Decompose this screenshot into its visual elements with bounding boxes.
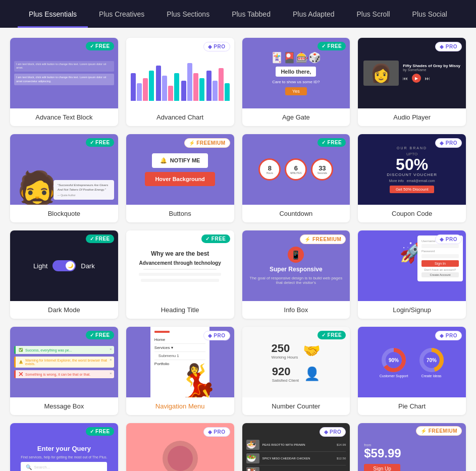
thumb-pricing-table: from $59.99 Sign Up ⚡ FREEMIUM (358, 423, 466, 471)
thumb-heading-title: Why we are the best Advancement through … (126, 230, 234, 301)
main-content: I am text block, click edit button to ch… (0, 28, 476, 471)
card-label-heading-title: Heading Title (126, 301, 234, 319)
check-icon: ✓ (322, 43, 326, 49)
card-label-advance-text-block: Advance Text Block (10, 108, 118, 126)
badge-freemium: ⚡ FREEMIUM (184, 138, 230, 148)
search-icon: 🔍 (26, 464, 32, 470)
badge-free: ✓ FREE (86, 138, 114, 147)
check-icon: ✓ (90, 429, 94, 434)
card-navigation-menu[interactable]: Home Services ▾ Submenu 1 Portfolio 💃 ◆ … (126, 327, 234, 415)
diamond-icon: ◆ (208, 333, 213, 338)
person-icon: 🧔 (15, 172, 59, 205)
thumb-message-box: ✅ Success, everything was pe... × ⚠️ War… (10, 327, 118, 397)
card-countdown[interactable]: 8 Hours 6 MINUTES 33 Seconds ✓ FREE (242, 134, 350, 222)
error-icon: ❌ (19, 372, 23, 376)
badge-pro: ◆ PRO (435, 331, 462, 340)
card-number-counter[interactable]: 250 Working Hours 🤝 920 Satisfied Client… (242, 327, 350, 415)
card-message-box[interactable]: ✅ Success, everything was pe... × ⚠️ War… (10, 327, 118, 415)
diamond-icon: ◆ (208, 429, 213, 435)
card-advance-text-block[interactable]: I am text block, click edit button to ch… (10, 38, 118, 126)
thumb-countdown: 8 Hours 6 MINUTES 33 Seconds ✓ FREE (242, 134, 350, 205)
card-label-dark-mode: Dark Mode (10, 301, 118, 319)
badge-free: ✓ FREE (86, 427, 114, 436)
diamond-icon: ◆ (440, 44, 444, 49)
badge-free: ✓ FREE (201, 234, 230, 243)
card-label-advanced-chart: Advanced Chart (126, 108, 234, 126)
check-icon: ✓ (90, 43, 94, 49)
card-search-box[interactable]: Enter your Query Find services, help for… (10, 423, 118, 471)
card-blockquote[interactable]: 🧔 "Successful Entrepreneurs Are Givers A… (10, 134, 118, 222)
infobox-icon: 📱 (288, 247, 304, 263)
diamond-icon: ◆ (440, 333, 444, 338)
card-ring-widget[interactable]: ◆ PRO Ring Widget (126, 423, 234, 471)
card-age-gate[interactable]: 🃏🎴🎰🎲 Hello there, Care to show us some I… (242, 38, 350, 126)
card-login-signup[interactable]: 🚀 Username Password Sign In Don't have a… (358, 230, 466, 319)
card-label-navigation-menu: Navigation Menu (126, 397, 234, 415)
svg-text:90%: 90% (389, 358, 399, 363)
card-dark-mode[interactable]: Light 🌙 Dark ✓ FREE Dark Mode (10, 230, 118, 319)
badge-pro: ◆ PRO (320, 427, 346, 437)
check-icon: ✓ (90, 236, 94, 242)
card-label-number-counter: Number Counter (242, 397, 350, 415)
lightning-icon: ⚡ (304, 237, 311, 242)
card-label-coupon-code: Coupon Code (358, 205, 466, 222)
thumb-buttons: 🔔 NOTIFY ME Hover Background ⚡ FREEMIUM (126, 134, 234, 205)
prev-icon: ⏮ (403, 76, 408, 81)
toggle-switch[interactable]: 🌙 (52, 260, 76, 271)
lightning-icon: ⚡ (420, 428, 427, 434)
cards-grid: I am text block, click edit button to ch… (10, 38, 466, 471)
thumb-info-box: 📱 Super Responsive The goal of responsiv… (242, 230, 350, 301)
thumb-search-box: Enter your Query Find services, help for… (10, 423, 118, 471)
card-label-age-gate: Age Gate (242, 108, 350, 126)
nav-item-social[interactable]: Plus Social (401, 0, 458, 28)
badge-pro: ◆ PRO (435, 234, 462, 244)
thumb-advanced-chart: ◆ PRO (126, 38, 234, 108)
badge-pro: ◆ PRO (203, 331, 230, 340)
check-circle-icon: ✅ (19, 348, 23, 352)
card-label-login-signup: Login/Signup (358, 301, 466, 319)
person-icon: 💃 (176, 365, 220, 397)
nav-item-essentials[interactable]: Plus Essentials (18, 0, 88, 28)
diamond-icon: ◆ (440, 140, 444, 146)
card-label-blockquote: Blockquote (10, 205, 118, 222)
thumb-advance-text-block: I am text block, click edit button to ch… (10, 38, 118, 108)
badge-free: ✓ FREE (86, 234, 114, 243)
badge-freemium: ⚡ FREEMIUM (416, 426, 462, 436)
card-pie-chart[interactable]: 90% Customer Support 70% Create Ideas (358, 327, 466, 415)
next-icon: ⏭ (425, 76, 430, 81)
check-icon: ✓ (322, 140, 326, 145)
badge-free: ✓ FREE (318, 42, 346, 50)
user-icon: 👤 (304, 366, 320, 382)
main-navigation: Plus Essentials Plus Creatives Plus Sect… (0, 0, 476, 28)
nav-item-scroll[interactable]: Plus Scroll (345, 0, 401, 28)
card-pricing-table[interactable]: from $59.99 Sign Up ⚡ FREEMIUM Pricing T… (358, 423, 466, 471)
card-label-audio-player: Audio Player (358, 108, 466, 126)
thumb-pie-chart: 90% Customer Support 70% Create Ideas (358, 327, 466, 397)
badge-freemium: ⚡ FREEMIUM (300, 234, 346, 244)
svg-text:70%: 70% (427, 358, 437, 363)
card-food-menu[interactable]: 🍜 PEAS RISOTTO WITH PRAWN $14.99 🥗 SPICY… (242, 423, 350, 471)
card-label-pie-chart: Pie Chart (358, 397, 466, 415)
card-heading-title[interactable]: Why we are the best Advancement through … (126, 230, 234, 319)
badge-free: ✓ FREE (86, 42, 114, 50)
card-audio-player[interactable]: 👩 Fifty Shades of Gray by Missy by SomeN… (358, 38, 466, 126)
thumb-ring-widget: ◆ PRO (126, 423, 234, 471)
card-coupon-code[interactable]: OUR BRAND UPTO 50% DISCOUNT VOUCHER More… (358, 134, 466, 222)
play-button[interactable]: ▶ (412, 74, 421, 83)
handshake-icon: 🤝 (303, 342, 321, 359)
diamond-icon: ◆ (324, 429, 329, 435)
thumb-food-menu: 🍜 PEAS RISOTTO WITH PRAWN $14.99 🥗 SPICY… (242, 423, 350, 471)
check-icon: ✓ (90, 140, 94, 145)
nav-item-adapted[interactable]: Plus Adapted (282, 0, 346, 28)
card-buttons[interactable]: 🔔 NOTIFY ME Hover Background ⚡ FREEMIUM … (126, 134, 234, 222)
card-advanced-chart[interactable]: ◆ PRO Advanced Chart (126, 38, 234, 126)
badge-pro: ◆ PRO (435, 42, 462, 51)
nav-item-creatives[interactable]: Plus Creatives (88, 0, 155, 28)
nav-item-sections[interactable]: Plus Sections (155, 0, 221, 28)
card-info-box[interactable]: 📱 Super Responsive The goal of responsiv… (242, 230, 350, 319)
thumb-dark-mode: Light 🌙 Dark ✓ FREE (10, 230, 118, 301)
badge-pro: ◆ PRO (203, 42, 230, 51)
nav-item-tabbed[interactable]: Plus Tabbed (221, 0, 282, 28)
card-label-message-box: Message Box (10, 397, 118, 415)
warning-icon: ⚠️ (19, 360, 23, 364)
